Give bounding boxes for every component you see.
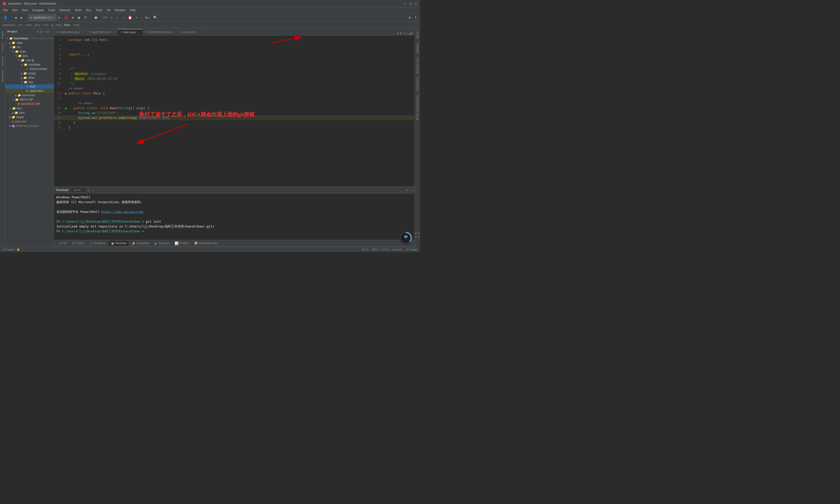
sidebar-settings[interactable]: ⚙ — [47, 30, 49, 34]
status-line-ending[interactable]: CRLF — [371, 248, 379, 251]
right-tab-bigdata[interactable]: Big Data Tools — [416, 56, 419, 75]
git-history[interactable]: ⏰ — [126, 14, 134, 21]
maximize-button[interactable]: □ — [409, 2, 412, 5]
profile-button[interactable]: ⏱ — [82, 14, 89, 21]
menu-code[interactable]: Code — [46, 8, 57, 12]
crumb-java[interactable]: java — [35, 23, 40, 27]
terminal-settings[interactable]: ⚙ — [406, 188, 408, 192]
tree-com-ljj[interactable]: ▼ 📁 com.ljj — [5, 58, 54, 62]
right-tab-bpmn[interactable]: BPMN-Activiti-Diagram — [416, 93, 419, 122]
status-indent[interactable]: 4 spaces — [392, 248, 402, 251]
bottom-tab-terminal[interactable]: ▣ Terminal — [109, 241, 128, 246]
status-branch[interactable]: ⎇ master — [405, 248, 418, 251]
tree-src[interactable]: ▼ 📁 src — [5, 45, 54, 49]
bottom-tab-services[interactable]: ▶ Services — [152, 241, 172, 246]
crumb-src[interactable]: src — [19, 23, 23, 27]
tab-main-java[interactable]: C Main.java ✕ — [118, 29, 142, 35]
editor-content[interactable]: 1 package com.ljj.test; 2 3 — [54, 35, 415, 186]
tree-test-pkg[interactable]: ▼ 📁 test — [5, 80, 54, 84]
crumb-test[interactable]: test — [56, 23, 61, 27]
settings-btn[interactable]: ⚙ — [407, 14, 412, 21]
bottom-tab-todo[interactable]: ☰ TODO — [70, 241, 87, 246]
crumb-method[interactable]: main — [73, 23, 80, 27]
menu-edit[interactable]: Edit — [10, 8, 19, 12]
right-tab-notifications[interactable]: Notifications — [416, 76, 419, 93]
right-tab-maven[interactable]: Maven — [416, 29, 419, 40]
tree-ext-libs[interactable]: ▶ 📚 External Libraries — [5, 124, 54, 128]
terminal-add-tab[interactable]: + — [88, 188, 89, 192]
status-charset[interactable]: UTF-8 — [381, 248, 389, 251]
stop-button[interactable]: ⏹ — [93, 14, 99, 21]
tree-controller[interactable]: ▼ 📁 controller — [5, 62, 54, 67]
performance-gauge[interactable]: 62 % ↑0kB/s ↓0kB/s — [399, 231, 413, 245]
menu-git[interactable]: Git — [105, 8, 112, 12]
tree-test-dir[interactable]: ▼ 📁 test — [5, 106, 54, 111]
crumb-com[interactable]: com — [43, 23, 49, 27]
tree-test-java[interactable]: ▶ 📁 java — [5, 111, 54, 115]
terminal-options[interactable]: ⌄ — [92, 188, 93, 192]
help-btn[interactable]: ? — [413, 14, 418, 21]
menu-file[interactable]: File — [1, 8, 10, 12]
menu-build[interactable]: Build — [73, 8, 83, 12]
tree-target[interactable]: ▶ 📁 target — [5, 115, 54, 119]
menu-tools[interactable]: Tools — [94, 8, 104, 12]
debug-button[interactable]: 🐞 — [63, 14, 70, 21]
search-btn[interactable]: 🔍 — [152, 14, 159, 21]
menu-view[interactable]: View — [20, 8, 30, 12]
git-arrow-up[interactable]: ↑ — [115, 14, 119, 21]
crumb-kaoshibao[interactable]: kaoshibao — [2, 23, 16, 27]
tree-empty[interactable]: ▶ 📁 empty — [5, 71, 54, 76]
coverage-button[interactable]: ▣ — [76, 14, 81, 21]
left-tab-bookmarks[interactable]: Bookmarks — [1, 68, 4, 84]
tree-testcontroller[interactable]: ▶ C TestController — [5, 67, 54, 71]
crumb-main-class[interactable]: Main — [64, 23, 70, 27]
toolbar-back-btn[interactable]: 👤 — [2, 14, 9, 21]
menu-navigate[interactable]: Navigate — [30, 8, 46, 12]
bottom-tab-endpoints[interactable]: ⚡ Endpoints — [129, 241, 152, 246]
run-configuration[interactable]: ▶ Application (1) ▼ — [28, 14, 56, 21]
tree-resources[interactable]: ▶ 📁 resources — [5, 93, 54, 97]
toolbar-nav-forward[interactable]: ▶ — [19, 14, 24, 21]
tab-application-yml[interactable]: Y application.yml ✕ — [87, 29, 118, 35]
tab-pom-xml[interactable]: m pom.xml ✕ — [179, 29, 202, 35]
terminal-content[interactable]: Windows PowerShell 版权所有 (C) Microsoft Co… — [54, 194, 415, 240]
sidebar-collapse-all[interactable]: ☰ — [40, 30, 43, 34]
close-button[interactable]: ✕ — [414, 2, 418, 5]
sidebar-close[interactable]: — — [50, 30, 52, 34]
build-button[interactable]: ⚙ — [71, 14, 75, 21]
tree-application-class[interactable]: ▶ ▶ Application — [5, 89, 54, 93]
git-revert[interactable]: ↶ — [135, 14, 139, 21]
tab-application-java[interactable]: C Application.java ✕ — [54, 29, 87, 35]
git-branch-status[interactable]: ⎇ master — [2, 248, 15, 251]
crumb-main[interactable]: main — [25, 23, 32, 27]
bottom-tab-problems[interactable]: ⚠ Problems — [87, 241, 108, 246]
menu-window[interactable]: Window — [113, 8, 127, 12]
terminal-tab-local[interactable]: Local ✕ — [71, 188, 86, 192]
minimize-button[interactable]: ─ — [403, 2, 407, 5]
toolbar-nav-back[interactable]: ◀ — [13, 14, 18, 21]
right-tab-database[interactable]: Database — [416, 41, 419, 55]
menu-refactor[interactable]: Refactor — [58, 8, 72, 12]
translate-btn[interactable]: A↔ — [144, 14, 151, 21]
tree-main-class[interactable]: ▶ C Main — [5, 84, 54, 89]
editor-tabs-down[interactable]: ▼ — [411, 32, 413, 35]
git-checkmark[interactable]: ✔ — [109, 14, 113, 21]
left-tab-commit[interactable]: Commit — [1, 41, 4, 53]
tree-main[interactable]: ▼ 📁 main — [5, 49, 54, 54]
menu-run[interactable]: Run — [84, 8, 93, 12]
terminal-close-panel[interactable]: — — [411, 188, 413, 192]
git-arrow-right[interactable]: → — [121, 14, 125, 21]
tree-java[interactable]: ▼ 📁 java — [5, 54, 54, 58]
bottom-tab-dependencies[interactable]: 📦 Dependencies — [192, 241, 220, 246]
menu-help[interactable]: Help — [128, 8, 138, 12]
tree-kaoshibao[interactable]: ▼ 📁 kaoshibao C:\Users\ljj\Desktop\临时工作空… — [5, 36, 54, 40]
sidebar-sort[interactable]: ⬇ — [44, 30, 46, 34]
bottom-tab-profiler[interactable]: 📊 Profiler — [172, 241, 191, 246]
editor-tabs-up[interactable]: ▲ — [409, 32, 411, 35]
bottom-tab-git[interactable]: ⎇ Git — [56, 241, 69, 246]
crumb-ljj[interactable]: ljj — [51, 23, 53, 27]
tree-meta-inf[interactable]: ▼ 📁 META-INF — [5, 97, 54, 102]
tree-manifest[interactable]: ▶ M MANIFEST.MF — [5, 102, 54, 106]
left-tab-structure[interactable]: Structure — [1, 54, 4, 68]
tab-testcontroller-java[interactable]: C TestController.java ✕ — [142, 29, 179, 35]
